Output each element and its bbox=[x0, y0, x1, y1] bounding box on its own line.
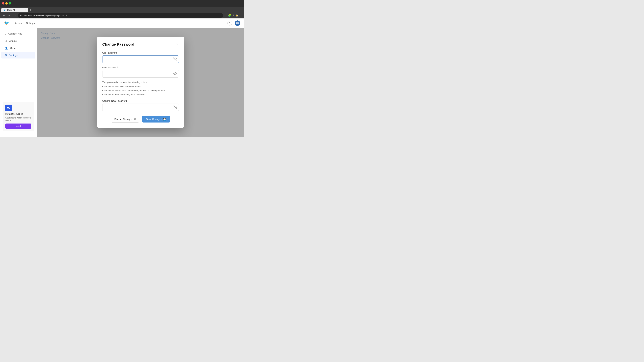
addon-word-icon: W bbox=[5, 105, 12, 111]
discard-icon: ✕ bbox=[134, 117, 136, 121]
old-password-input[interactable] bbox=[102, 55, 179, 63]
browser-titlebar bbox=[0, 0, 244, 7]
app-container: 🐦 Review Settings ? LD ⌂ Contract Hub ⊞ … bbox=[0, 18, 244, 137]
save-changes-button[interactable]: Save Changes 💾 bbox=[142, 116, 170, 122]
sidebar-item-label: Users bbox=[10, 47, 16, 49]
toggle-old-password-visibility[interactable] bbox=[174, 57, 177, 61]
sidebar-item-contract-hub[interactable]: ⌂ Contract Hub bbox=[1, 30, 36, 37]
settings-icon: ⚙ bbox=[5, 54, 7, 57]
sidebar-addon-area: W Install the Add-in Get Reports within … bbox=[0, 99, 37, 134]
tab-title: Robin AI bbox=[7, 9, 15, 11]
menu-icon[interactable]: ⋮ bbox=[240, 14, 242, 17]
sidebar-item-settings[interactable]: ⚙ Settings bbox=[1, 52, 36, 58]
tab-close-button[interactable]: ✕ bbox=[24, 9, 26, 11]
addon-card: W Install the Add-in Get Reports within … bbox=[3, 102, 34, 131]
criteria-header: Your password must meet the following cr… bbox=[102, 81, 179, 83]
modal-overlay: Change Password × Old Password bbox=[37, 28, 244, 137]
content-area: Change Name Change Password Change Passw… bbox=[37, 28, 244, 137]
confirm-password-input[interactable] bbox=[102, 104, 179, 111]
change-password-dialog: Change Password × Old Password bbox=[97, 37, 184, 128]
main-layout: ⌂ Contract Hub ⊞ Groups 👤 Users ⚙ Settin… bbox=[0, 28, 244, 137]
forward-button[interactable]: → bbox=[8, 13, 12, 17]
new-password-group: New Password bbox=[102, 66, 179, 78]
dialog-header: Change Password × bbox=[102, 42, 179, 47]
old-password-group: Old Password bbox=[102, 51, 179, 63]
password-criteria: Your password must meet the following cr… bbox=[102, 81, 179, 96]
sidebar: ⌂ Contract Hub ⊞ Groups 👤 Users ⚙ Settin… bbox=[0, 28, 37, 137]
help-button[interactable]: ? bbox=[228, 21, 232, 25]
browser-tab-active[interactable]: 🐦 Robin AI ✕ bbox=[1, 8, 28, 12]
groups-icon: ⊞ bbox=[5, 39, 7, 42]
address-input[interactable] bbox=[18, 13, 223, 17]
window-minimize-button[interactable] bbox=[5, 2, 8, 4]
save-icon: 💾 bbox=[163, 117, 166, 121]
addon-description: Get Reports within Microsoft Word! bbox=[5, 116, 31, 122]
home-icon: ⌂ bbox=[5, 32, 6, 35]
toggle-confirm-password-visibility[interactable] bbox=[174, 105, 177, 109]
back-button[interactable]: ← bbox=[2, 13, 6, 17]
new-tab-button[interactable]: + bbox=[28, 8, 33, 12]
criteria-list: It must contain 10 or more characters It… bbox=[102, 85, 179, 96]
tab-favicon: 🐦 bbox=[3, 9, 6, 11]
users-icon: 👤 bbox=[5, 46, 8, 50]
logo-bird-icon: 🐦 bbox=[4, 21, 9, 25]
dialog-actions: Discard Changes ✕ Save Changes 💾 bbox=[102, 116, 179, 122]
nav-settings[interactable]: Settings bbox=[26, 21, 35, 25]
reload-button[interactable]: ↻ bbox=[13, 13, 16, 18]
new-password-input[interactable] bbox=[102, 70, 179, 78]
confirm-password-group: Confirm New Password bbox=[102, 99, 179, 111]
tab-bar: 🐦 Robin AI ✕ + bbox=[0, 7, 244, 12]
criteria-item-1: It must contain 10 or more characters bbox=[102, 85, 179, 88]
discard-label: Discard Changes bbox=[114, 118, 132, 120]
toggle-new-password-visibility[interactable] bbox=[174, 72, 177, 76]
nav-review[interactable]: Review bbox=[14, 21, 22, 25]
sidebar-item-label: Contract Hub bbox=[8, 32, 22, 35]
confirm-password-label: Confirm New Password bbox=[102, 99, 179, 102]
dialog-close-button[interactable]: × bbox=[176, 42, 179, 47]
sidebar-item-groups[interactable]: ⊞ Groups bbox=[1, 37, 36, 44]
criteria-item-2: It must contain at least one number, but… bbox=[102, 89, 179, 92]
addon-install-button[interactable]: Install bbox=[5, 123, 31, 129]
window-close-button[interactable] bbox=[2, 2, 4, 4]
old-password-input-wrapper bbox=[102, 55, 179, 63]
dialog-title: Change Password bbox=[102, 42, 134, 46]
download-icon[interactable]: ⬇ bbox=[232, 14, 234, 17]
sidebar-item-label: Settings bbox=[9, 54, 18, 57]
addon-title: Install the Add-in bbox=[5, 113, 31, 115]
header-nav: Review Settings bbox=[14, 21, 35, 25]
save-label: Save Changes bbox=[146, 118, 162, 120]
bookmark-icon[interactable]: ☆ bbox=[224, 14, 227, 17]
window-maximize-button[interactable] bbox=[9, 2, 11, 4]
address-bar-icons: ☆ 🧩 ⬇ 🕵 ⋮ bbox=[224, 14, 242, 17]
window-controls bbox=[2, 2, 11, 4]
new-password-input-wrapper bbox=[102, 70, 179, 78]
app-logo: 🐦 bbox=[4, 21, 9, 25]
header-right: ? LD bbox=[228, 20, 240, 26]
sidebar-item-label: Groups bbox=[9, 39, 16, 42]
app-header: 🐦 Review Settings ? LD bbox=[0, 18, 244, 28]
criteria-item-3: It must not be a commonly used password bbox=[102, 93, 179, 96]
avatar[interactable]: LD bbox=[235, 20, 240, 26]
address-bar: ← → ↻ ☆ 🧩 ⬇ 🕵 ⋮ bbox=[0, 12, 244, 18]
new-password-label: New Password bbox=[102, 66, 179, 69]
sidebar-item-users[interactable]: 👤 Users bbox=[1, 45, 36, 51]
confirm-password-input-wrapper bbox=[102, 104, 179, 111]
incognito-icon: 🕵 bbox=[236, 14, 238, 17]
old-password-label: Old Password bbox=[102, 51, 179, 54]
extensions-icon[interactable]: 🧩 bbox=[228, 14, 231, 17]
discard-changes-button[interactable]: Discard Changes ✕ bbox=[111, 116, 139, 122]
